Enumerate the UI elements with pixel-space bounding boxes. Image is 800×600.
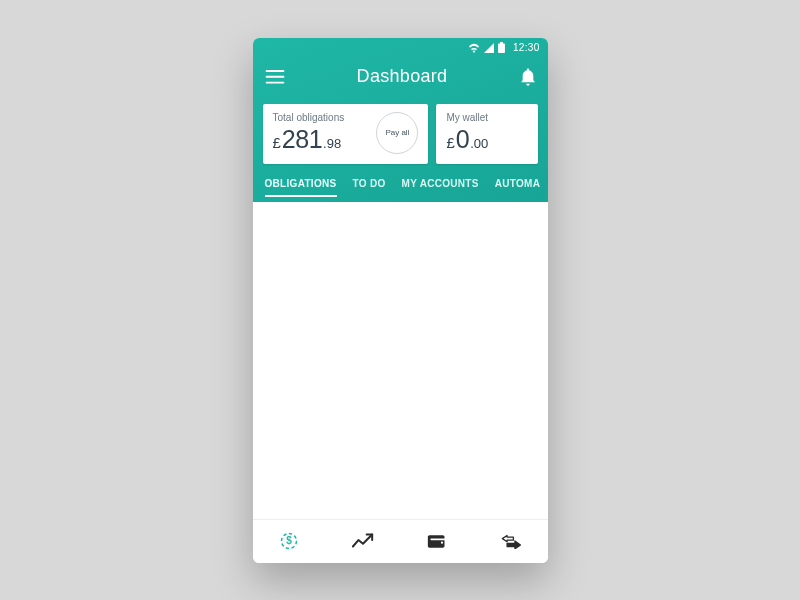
bottom-nav: $	[253, 519, 548, 563]
nav-activity-icon[interactable]	[347, 525, 379, 557]
svg-rect-1	[265, 75, 284, 77]
wallet-amount: £ 0 .00	[446, 125, 488, 154]
obligations-label: Total obligations	[273, 112, 345, 123]
app-bar: Dashboard	[253, 56, 548, 98]
tab-my-accounts[interactable]: MY ACCOUNTS	[402, 178, 479, 197]
wallet-label: My wallet	[446, 112, 488, 123]
signal-icon	[484, 43, 494, 53]
obligations-card[interactable]: Total obligations £ 281 .98 Pay all	[263, 104, 429, 164]
tab-obligations[interactable]: OBLIGATIONS	[265, 178, 337, 197]
tab-bar: OBLIGATIONS TO DO MY ACCOUNTS AUTOMA	[253, 174, 548, 202]
phone-frame: 12:30 Dashboard Total obligations £	[253, 38, 548, 563]
obligations-amount: £ 281 .98	[273, 125, 345, 154]
svg-rect-2	[265, 81, 284, 83]
svg-text:$: $	[287, 535, 293, 546]
header-area: 12:30 Dashboard Total obligations £	[253, 38, 548, 202]
content-area	[253, 202, 548, 519]
menu-icon[interactable]	[265, 70, 285, 84]
nav-wallet-icon[interactable]	[421, 525, 453, 557]
summary-cards: Total obligations £ 281 .98 Pay all My w…	[253, 98, 548, 174]
clock-text: 12:30	[513, 42, 540, 53]
svg-rect-0	[265, 70, 284, 72]
nav-transfer-icon[interactable]	[495, 525, 527, 557]
page-title: Dashboard	[285, 66, 520, 87]
wifi-icon	[468, 43, 480, 53]
battery-icon	[498, 42, 505, 53]
nav-money-icon[interactable]: $	[273, 525, 305, 557]
tab-automation[interactable]: AUTOMA	[495, 178, 541, 197]
tab-todo[interactable]: TO DO	[353, 178, 386, 197]
wallet-card[interactable]: My wallet £ 0 .00	[436, 104, 537, 164]
svg-point-5	[441, 542, 443, 544]
status-bar: 12:30	[253, 38, 548, 56]
bell-icon[interactable]	[520, 68, 536, 86]
pay-all-button[interactable]: Pay all	[376, 112, 418, 154]
stage: 12:30 Dashboard Total obligations £	[0, 0, 800, 600]
